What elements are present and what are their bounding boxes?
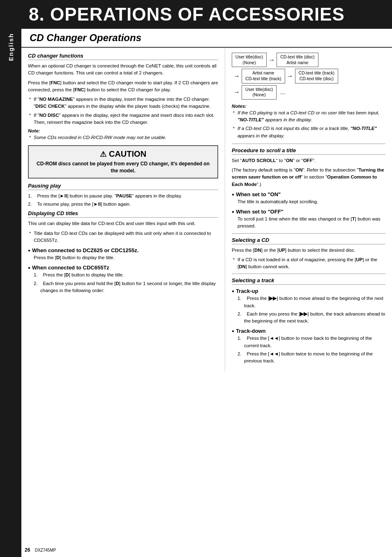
side-label-text: English [7,33,14,61]
procedure-scroll-section: Procedure to scroll a title Set "AUTO SC… [232,147,385,230]
right-column: User title(disc)(None) → CD-text title (… [225,48,392,372]
selecting-cd-para: Press the [DN] or the [UP] button to sel… [232,247,385,254]
left-column: CD changer functions When an optional CD… [21,48,225,372]
cdc655-step-2: 2. Each time you press and hold the [D] … [34,280,218,295]
diagram-row-2: → Artist nameCD-text title (track) → CD-… [232,69,385,83]
pause-step-1: 1. Press the [►II] button to pause play.… [28,193,218,200]
page-title: 8. OPERATIONS OF ACCESSORIES [29,4,345,25]
pausing-play-steps: 1. Press the [►II] button to pause play.… [28,193,218,208]
arrow-2: → [287,72,293,80]
arrow-prefix-3: → [233,88,240,96]
bullet-no-disc: If "NO DISC" appears in the display, eje… [28,112,218,126]
scroll-para1: Set "AUTO SCROLL" to "ON" or "OFF". [232,157,385,164]
track-down-step-1: 1. Press the [◄◄] button to move back to… [238,335,385,349]
diagram-box-cd-text-disc: CD-text title (disc)Artist name [277,53,318,67]
cd-titles-para1: This unit can display title data for CD-… [28,220,218,227]
main-content: CD Changer Operations CD changer functio… [21,29,392,372]
scroll-para2: (The factory default setting is "ON". Re… [232,167,385,188]
selecting-cd-section: Selecting a CD Press the [DN] or the [UP… [232,237,385,271]
page-footer: 26 DXZ745MP [25,547,56,553]
caution-text: CD-ROM discs cannot be played from every… [34,160,212,174]
diagram-box-artist-name: Artist nameCD-text title (track) [242,69,285,83]
when-off-label: When set to "OFF" [232,209,385,215]
divider-2 [232,233,385,234]
cdc655-step-1: 1. Press the [D] button to display the t… [34,272,218,278]
caution-title: ⚠ CAUTION [34,149,212,159]
pause-step-2: 2. To resume play, press the [►II] butto… [28,201,218,208]
page-header: 8. OPERATIONS OF ACCESSORIES [0,0,392,29]
diagram-row-3: → User title(disc)(None) … [232,85,385,100]
displaying-cd-titles-heading: Displaying CD titles [28,210,218,218]
when-off-text: To scroll just 1 time when the title was… [238,216,385,230]
note-1: If the CD playing is not a CD-text CD or… [232,109,385,124]
caution-box: ⚠ CAUTION CD-ROM discs cannot be played … [28,145,218,179]
track-down-step-2: 2. Press the [◄◄] button twice to move t… [238,350,385,365]
notes-label: Notes: [232,104,385,109]
track-up-step-1: 1. Press the [▶▶] button to move ahead t… [238,295,385,309]
displaying-cd-titles-section: Displaying CD titles This unit can displ… [28,210,218,294]
section-heading: CD Changer Operations [30,32,384,44]
note-bullets: Some CDs recorded in CD-R/CD-RW mode may… [28,134,218,141]
notes-bullets: If the CD playing is not a CD-text CD or… [232,109,385,139]
when-dcz-text: Press the [D] button to display the titl… [34,254,218,261]
two-column-layout: CD changer functions When an optional CD… [21,48,392,372]
caution-label: CAUTION [109,149,146,159]
track-down-label: Track-down [232,328,385,334]
pausing-play-heading: Pausing play [28,183,218,190]
diagram-row-1: User title(disc)(None) → CD-text title (… [232,53,385,67]
diagram-box-user-title-disc-2: User title(disc)(None) [242,85,277,100]
side-label: English [0,0,21,557]
diagram-ellipsis: … [280,89,286,95]
cd-changer-para2: Press the [FNC] button and select the CD… [28,79,218,94]
warning-icon: ⚠ [100,150,106,159]
selecting-track-heading: Selecting a track [232,277,385,285]
arrow-1: → [268,56,275,64]
when-on-label: When set to "ON" [232,191,385,197]
cd-changer-para1: When an optional CD changer is connected… [28,63,218,77]
notes-section: Notes: If the CD playing is not a CD-tex… [232,104,385,139]
divider-1 [232,144,385,144]
note-cd-r: Some CDs recorded in CD-R/CD-RW mode may… [28,134,218,141]
arrow-prefix-2: → [233,72,240,80]
cd-titles-bullets: Title data for CD-text CDs can be displa… [28,230,218,244]
bullet-no-magazine: If "NO MAGAZINE" appears in the display,… [28,96,218,110]
diagram-area: User title(disc)(None) → CD-text title (… [232,53,385,100]
cd-changer-bullets: If "NO MAGAZINE" appears in the display,… [28,96,218,126]
note-label: Note: [28,128,218,133]
track-up-steps: 1. Press the [▶▶] button to move ahead t… [238,295,385,325]
selecting-track-section: Selecting a track Track-up 1. Press the … [232,277,385,364]
model-number: DXZ745MP [35,548,56,552]
section-title: CD Changer Operations [21,29,392,48]
selecting-cd-heading: Selecting a CD [232,237,385,244]
track-down-steps: 1. Press the [◄◄] button to move back to… [238,335,385,364]
pausing-play-section: Pausing play 1. Press the [►II] button t… [28,183,218,208]
selecting-cd-bullets: If a CD is not loaded in a slot of magaz… [232,256,385,271]
page-number: 26 [25,547,30,553]
procedure-scroll-heading: Procedure to scroll a title [232,147,385,155]
when-on-text: The title is automatically kept scrollin… [238,198,385,205]
diagram-box-user-title-disc: User title(disc)(None) [232,53,267,67]
cd-changer-functions-heading: CD changer functions [28,53,218,60]
when-dcz-label: When connected to DCZ625 or CDC1255z. [28,247,218,253]
when-cdc655-label: When connected to CDC655Tz [28,265,218,271]
bullet-cdc655tz: Title data for CD-text CDs can be displa… [28,230,218,244]
when-cdc655-steps: 1. Press the [D] button to display the t… [34,272,218,294]
track-up-label: Track-up [232,288,385,294]
diagram-box-cd-text-track: CD-text title (track)CD-text title (disc… [295,69,339,83]
selecting-cd-bullet: If a CD is not loaded in a slot of magaz… [232,256,385,271]
note-2: If a CD-text CD is not input its disc ti… [232,125,385,139]
cd-changer-functions-section: CD changer functions When an optional CD… [28,53,218,141]
divider-3 [232,274,385,274]
track-up-step-2: 2. Each time you press the [▶▶] button, … [238,311,385,325]
